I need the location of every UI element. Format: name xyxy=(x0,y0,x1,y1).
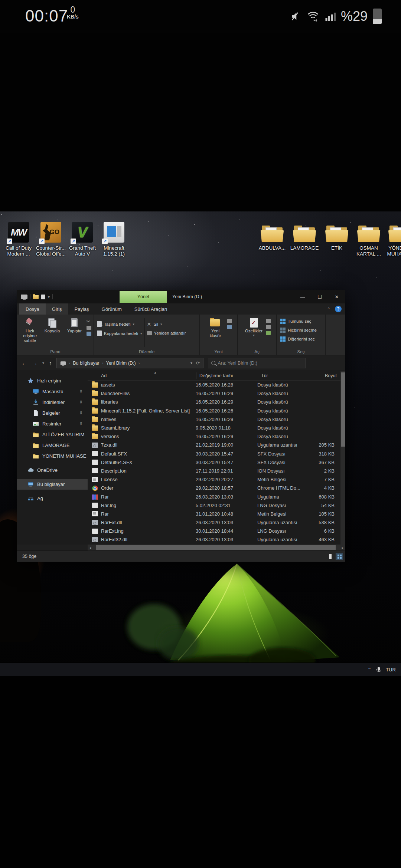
copy-path-icon[interactable] xyxy=(87,326,91,330)
sidebar-item-y-neti-m-muhase[interactable]: YÖNETİM MUHASE xyxy=(17,451,88,461)
new-item-icon[interactable] xyxy=(227,319,232,323)
table-row[interactable]: Minecraft 1.15.2 [Full, Online, Server L… xyxy=(88,407,340,415)
show-hidden-icons-icon[interactable]: ⌃ xyxy=(368,667,371,672)
sidebar-item-belgeler[interactable]: Belgeler ✎ xyxy=(17,408,88,418)
open-icon[interactable] xyxy=(266,319,271,323)
scroll-right-icon[interactable]: ▸ xyxy=(340,546,345,550)
sidebar-item-lamorage[interactable]: LAMORAGE xyxy=(17,440,88,451)
up-icon[interactable]: ↑ xyxy=(49,360,52,366)
recent-locations-icon[interactable]: ▾ xyxy=(42,361,44,365)
desktop-folder[interactable]: LAMORAGE xyxy=(288,221,321,251)
tab-paylas[interactable]: Paylaş xyxy=(68,303,95,315)
column-header-ad[interactable]: Ad xyxy=(88,372,196,379)
paste-shortcut-icon[interactable] xyxy=(87,332,91,336)
refresh-icon[interactable]: ⟳ xyxy=(196,360,200,366)
table-row[interactable]: License 29.02.2020 20:27 Metin Belgesi 7… xyxy=(88,475,340,484)
sidebar-item-i-ndirilenler[interactable]: İndirilenler ✎ xyxy=(17,397,88,408)
sidebar-item-bu-bilgisayar[interactable]: Bu bilgisayar xyxy=(17,479,88,490)
table-row[interactable]: versions 16.05.2020 16:29 Dosya klasörü xyxy=(88,432,340,441)
microphone-tray-icon[interactable] xyxy=(376,667,381,673)
table-row[interactable]: Default.SFX 30.03.2020 15:47 SFX Dosyası… xyxy=(88,450,340,458)
breadcrumb-current[interactable]: Yeni Birim (D:) xyxy=(106,361,136,366)
sidebar-item-ali-zer-yatirim[interactable]: ALİ ÖZER YATIRIM xyxy=(17,429,88,440)
sidebar-item-masa-st-[interactable]: Masaüstü ✎ xyxy=(17,386,88,397)
forward-icon[interactable]: → xyxy=(32,360,38,366)
desktop-shortcut[interactable]: V↗ Grand TheftAuto V xyxy=(66,221,99,257)
table-row[interactable]: SteamLibrary 9.05.2020 01:18 Dosya klasö… xyxy=(88,424,340,432)
copy-to-button[interactable]: Kopyalama hedefi ▾ xyxy=(97,331,142,336)
table-row[interactable]: 7zxa.dll 21.02.2019 19:00 Uygulama uzant… xyxy=(88,441,340,449)
language-indicator[interactable]: TUR xyxy=(386,667,396,673)
edit-icon[interactable] xyxy=(266,325,271,329)
sidebar-item-resimler[interactable]: Resimler ✎ xyxy=(17,418,88,429)
details-view-button[interactable] xyxy=(327,553,333,560)
history-icon[interactable] xyxy=(266,331,271,335)
tab-gorunum[interactable]: Görünüm xyxy=(95,303,128,315)
column-header-tur[interactable]: Tür xyxy=(258,372,309,379)
select-none-button[interactable]: Hiçbirini seçme xyxy=(280,326,325,335)
help-icon[interactable]: ? xyxy=(335,306,342,312)
icons-view-button[interactable] xyxy=(336,553,343,560)
desktop-shortcut[interactable]: GO↗ Counter-Str...Global Offe... xyxy=(35,221,67,257)
file-type: Chrome HTML Do... xyxy=(257,485,309,491)
table-row[interactable]: RarExt32.dll 26.03.2020 13:03 Uygulama u… xyxy=(88,535,340,544)
move-to-button[interactable]: Taşıma hedefi ▾ xyxy=(97,321,142,327)
rename-button[interactable]: Yeniden adlandır xyxy=(147,331,186,335)
vertical-scrollbar-thumb[interactable] xyxy=(341,372,345,447)
table-row[interactable]: Order 29.02.2020 18:57 Chrome HTML Do...… xyxy=(88,484,340,492)
manage-contextual-tab[interactable]: Yönet xyxy=(120,291,167,303)
horizontal-scrollbar-thumb[interactable] xyxy=(96,545,336,550)
desktop-folder[interactable]: YÖNETİMMUHASE... xyxy=(384,221,401,257)
desktop-folder[interactable]: ETİK xyxy=(320,221,353,251)
tab-giris[interactable]: Giriş xyxy=(46,303,68,315)
sidebar-item-h-zl-eri-im[interactable]: Hızlı erişim xyxy=(17,375,88,386)
table-row[interactable]: Default64.SFX 30.03.2020 15:47 SFX Dosya… xyxy=(88,458,340,467)
table-row[interactable]: Descript.ion 17.11.2019 22:01 ION Dosyas… xyxy=(88,467,340,475)
desktop-folder[interactable]: OSMANKARTAL ... xyxy=(352,221,385,257)
table-row[interactable]: assets 16.05.2020 16:28 Dosya klasörü xyxy=(88,381,340,389)
desktop-shortcut[interactable]: MW↗ Call of DutyModern ... xyxy=(2,221,35,257)
toolbar-dropdown-icon[interactable]: ▾ xyxy=(48,295,50,299)
column-header-boyut[interactable]: Boyut xyxy=(309,372,340,379)
delete-button[interactable]: ✕ Sil ▾ xyxy=(147,321,186,327)
properties-toolbar-icon[interactable] xyxy=(41,295,45,299)
table-row[interactable]: RarExt.lng 30.01.2020 18:44 LNG Dosyası … xyxy=(88,527,340,535)
desktop-shortcut[interactable]: ↗ Minecraft1.15.2 (1) xyxy=(98,221,130,257)
invert-selection-button[interactable]: Diğerlerini seç xyxy=(280,335,325,343)
table-row[interactable]: Rar.lng 5.02.2020 02:31 LNG Dosyası 54 K… xyxy=(88,501,340,510)
search-box[interactable]: Ara: Yeni Birim (D:) xyxy=(208,358,306,368)
scroll-left-icon[interactable]: ◂ xyxy=(88,546,93,550)
table-row[interactable]: RarExt.dll 26.03.2020 13:03 Uygulama uza… xyxy=(88,518,340,527)
file-size: 538 KB xyxy=(309,520,336,525)
table-row[interactable]: libraries 16.05.2020 16:29 Dosya klasörü xyxy=(88,398,340,406)
back-icon[interactable]: ← xyxy=(22,360,27,366)
minimize-button[interactable]: — xyxy=(294,290,311,303)
sidebar-item-a-[interactable]: Ağ xyxy=(17,493,88,504)
tab-dosya[interactable]: Dosya xyxy=(19,303,46,315)
vertical-scrollbar[interactable] xyxy=(340,371,345,545)
maximize-button[interactable]: ☐ xyxy=(311,290,328,303)
cut-icon[interactable]: ✂ xyxy=(87,319,91,324)
easy-access-icon[interactable] xyxy=(227,325,232,329)
folder-icon xyxy=(92,417,98,422)
table-row[interactable]: launcherFiles 16.05.2020 16:29 Dosya kla… xyxy=(88,389,340,398)
file-name: Rar xyxy=(98,511,196,517)
file-size: 4 KB xyxy=(309,485,336,491)
tab-surucu-araclari[interactable]: Sürücü Araçları xyxy=(128,303,174,315)
pin-icon: ✎ xyxy=(78,421,84,427)
folder-toolbar-icon[interactable] xyxy=(33,295,39,299)
table-row[interactable]: Rar 31.01.2020 10:48 Metin Belgesi 105 K… xyxy=(88,510,340,518)
network-speed-value: 0 xyxy=(67,5,79,14)
collapse-ribbon-icon[interactable]: ⌃ xyxy=(327,307,330,312)
close-button[interactable]: ✕ xyxy=(328,290,345,303)
horizontal-scrollbar[interactable]: ◂ ▸ xyxy=(88,545,345,550)
breadcrumb[interactable]: › Bu bilgisayar › Yeni Birim (D:) › ▾ ⟳ xyxy=(56,358,203,368)
desktop-folder[interactable]: ABDULVA... xyxy=(256,221,288,251)
table-row[interactable]: Rar 26.03.2020 13:03 Uygulama 608 KB xyxy=(88,492,340,501)
address-dropdown-icon[interactable]: ▾ xyxy=(190,361,192,365)
column-header-tarih[interactable]: Değiştirme tarihi xyxy=(196,372,258,379)
breadcrumb-root[interactable]: Bu bilgisayar xyxy=(73,361,100,366)
table-row[interactable]: natives 16.05.2020 16:29 Dosya klasörü xyxy=(88,415,340,424)
select-all-button[interactable]: Tümünü seç xyxy=(280,317,325,326)
sidebar-item-onedrive[interactable]: OneDrive xyxy=(17,465,88,476)
